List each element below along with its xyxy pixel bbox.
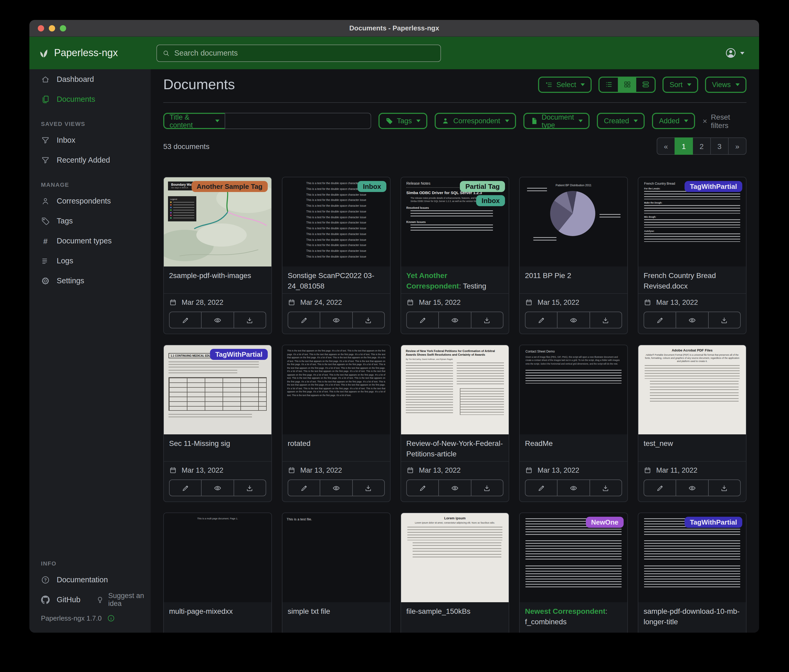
global-search-input[interactable]: Search documents — [157, 44, 441, 62]
sidebar-item-document-types[interactable]: #Document types — [29, 231, 151, 251]
document-card[interactable]: This is the text that appears on the fir… — [282, 345, 391, 502]
title-content-dropdown[interactable]: Title & content — [163, 113, 225, 129]
document-thumbnail[interactable]: This is the text that appears on the fir… — [283, 345, 390, 434]
tag-chip[interactable]: TagWithPartial — [685, 181, 742, 192]
page-button-3[interactable]: 3 — [710, 137, 728, 155]
tag-chip[interactable]: Another Sample Tag — [191, 181, 268, 192]
view-document-button[interactable] — [439, 312, 471, 328]
edit-document-button[interactable] — [644, 312, 676, 328]
edit-document-button[interactable] — [407, 480, 439, 496]
document-correspondent[interactable]: Yet Another Correspondent — [406, 271, 459, 290]
document-card[interactable]: Adobe Acrobat PDF FilesAdobe® Portable D… — [638, 345, 746, 502]
sidebar-item-documents[interactable]: Documents — [29, 89, 151, 109]
document-title[interactable]: ReadMe — [525, 439, 622, 449]
title-content-search-input[interactable] — [225, 113, 371, 129]
document-thumbnail[interactable]: This is a multi page document. Page 1. — [164, 513, 272, 602]
download-document-button[interactable] — [708, 312, 740, 328]
edit-document-button[interactable] — [288, 312, 320, 328]
sidebar-item-dashboard[interactable]: Dashboard — [29, 69, 151, 89]
document-title[interactable]: simple txt file — [287, 607, 385, 617]
download-document-button[interactable] — [233, 480, 266, 496]
brand[interactable]: Paperless-ngx — [38, 47, 157, 59]
zoom-window-button[interactable] — [60, 25, 66, 31]
edit-document-button[interactable] — [169, 480, 201, 496]
tag-chip[interactable]: Inbox — [358, 181, 387, 192]
edit-document-button[interactable] — [407, 312, 439, 328]
document-thumbnail[interactable]: Adobe Acrobat PDF FilesAdobe® Portable D… — [638, 345, 746, 434]
tag-chip[interactable]: Partial Tag — [460, 181, 505, 192]
tag-chip[interactable]: NewOne — [586, 517, 624, 528]
filter-tags-button[interactable]: Tags — [379, 113, 428, 129]
document-title[interactable]: 2sample-pdf-with-images — [169, 271, 266, 281]
page-button-«[interactable]: « — [657, 137, 675, 155]
view-mode-detail-button[interactable] — [637, 77, 655, 92]
sidebar-item-github[interactable]: GitHub — [29, 590, 85, 610]
download-document-button[interactable] — [708, 480, 740, 496]
sidebar-item-documentation[interactable]: ? Documentation — [29, 570, 151, 590]
view-document-button[interactable] — [557, 312, 589, 328]
sidebar-item-logs[interactable]: Logs — [29, 251, 151, 271]
download-document-button[interactable] — [352, 480, 384, 496]
document-card[interactable]: This is a multi page document. Page 1.mu… — [163, 513, 272, 633]
document-thumbnail[interactable]: Contact Sheet DemoGiven a set of image f… — [520, 345, 627, 434]
document-thumbnail[interactable]: Lorem ipsumLorem ipsum dolor sit amet, c… — [401, 513, 509, 602]
document-title[interactable]: 2011 BP Pie 2 — [525, 271, 622, 281]
tag-chip[interactable]: Inbox — [476, 195, 505, 206]
select-button[interactable]: Select — [538, 76, 592, 92]
view-document-button[interactable] — [320, 312, 352, 328]
document-card[interactable]: Contact Sheet DemoGiven a set of image f… — [519, 345, 628, 502]
document-title[interactable]: test_new — [644, 439, 741, 449]
sidebar-item-correspondents[interactable]: Correspondents — [29, 191, 151, 211]
document-card[interactable]: InboxThis is a test for the double space… — [282, 177, 391, 334]
sidebar-item-suggest-idea[interactable]: Suggest an idea — [96, 592, 151, 607]
tag-chip[interactable]: TagWithPartial — [210, 349, 268, 360]
document-title[interactable]: French Country Bread Revised.docx — [644, 271, 741, 292]
sort-button[interactable]: Sort — [663, 76, 698, 92]
info-circle-icon[interactable] — [107, 614, 115, 622]
document-card[interactable]: Review of New York Federal Petitions for… — [401, 345, 509, 502]
document-thumbnail[interactable]: Review of New York Federal Petitions for… — [401, 345, 509, 434]
close-window-button[interactable] — [38, 25, 44, 31]
view-mode-grid-button[interactable] — [618, 77, 637, 92]
edit-document-button[interactable] — [525, 312, 557, 328]
views-button[interactable]: Views — [705, 76, 746, 92]
document-card[interactable]: Partial TagInbox Release Notes Simba ODB… — [401, 177, 509, 334]
download-document-button[interactable] — [352, 312, 384, 328]
document-title[interactable]: Review-of-New-York-Federal-Petitions-art… — [406, 439, 503, 460]
download-document-button[interactable] — [589, 312, 621, 328]
document-title[interactable]: Sec 11-Missing sig — [169, 439, 266, 449]
reset-filters-button[interactable]: × Reset filters — [703, 113, 746, 129]
view-document-button[interactable] — [676, 312, 708, 328]
document-thumbnail[interactable]: Patient BP Distribution 2011 — [520, 177, 627, 266]
sidebar-item-inbox[interactable]: Inbox — [29, 130, 151, 150]
page-button-»[interactable]: » — [728, 137, 746, 155]
document-title[interactable]: file-sample_150kBs — [406, 607, 503, 617]
document-title[interactable]: sample-pdf-download-10-mb-longer-title — [644, 607, 741, 627]
sidebar-item-recently-added[interactable]: Recently Added — [29, 150, 151, 170]
document-title[interactable]: rotated — [287, 439, 385, 449]
view-document-button[interactable] — [676, 480, 708, 496]
view-document-button[interactable] — [201, 312, 233, 328]
user-menu[interactable] — [725, 47, 744, 59]
document-card[interactable]: TagWithPartialFrench Country BreadFor th… — [638, 177, 746, 334]
filter-correspondent-button[interactable]: Correspondent — [435, 113, 516, 129]
document-card[interactable]: TagWithPartial 1.1 CONTINUING MEDICAL ED… — [163, 345, 272, 502]
document-card[interactable]: Another Sample Tag Boundary Waters TripS… — [163, 177, 272, 334]
page-button-1[interactable]: 1 — [674, 137, 693, 155]
document-card[interactable]: NewOne Newest Correspondent: f_combineds — [519, 513, 628, 633]
edit-document-button[interactable] — [644, 480, 676, 496]
edit-document-button[interactable] — [288, 480, 320, 496]
filter-added-button[interactable]: Added — [652, 113, 695, 129]
edit-document-button[interactable] — [525, 480, 557, 496]
document-title[interactable]: Sonstige ScanPC2022 03-24_081058 — [287, 271, 385, 292]
document-card[interactable]: TagWithPartial sample-pdf-download-10-mb… — [638, 513, 746, 633]
sidebar-item-settings[interactable]: Settings — [29, 271, 151, 291]
sidebar-item-tags[interactable]: Tags — [29, 211, 151, 231]
download-document-button[interactable] — [471, 312, 503, 328]
document-title[interactable]: multi-page-mixedxx — [169, 607, 266, 617]
view-document-button[interactable] — [201, 480, 233, 496]
view-document-button[interactable] — [439, 480, 471, 496]
tag-chip[interactable]: TagWithPartial — [685, 517, 742, 528]
document-card[interactable]: Patient BP Distribution 2011 2011 BP Pie… — [519, 177, 628, 334]
filter-created-button[interactable]: Created — [597, 113, 645, 129]
